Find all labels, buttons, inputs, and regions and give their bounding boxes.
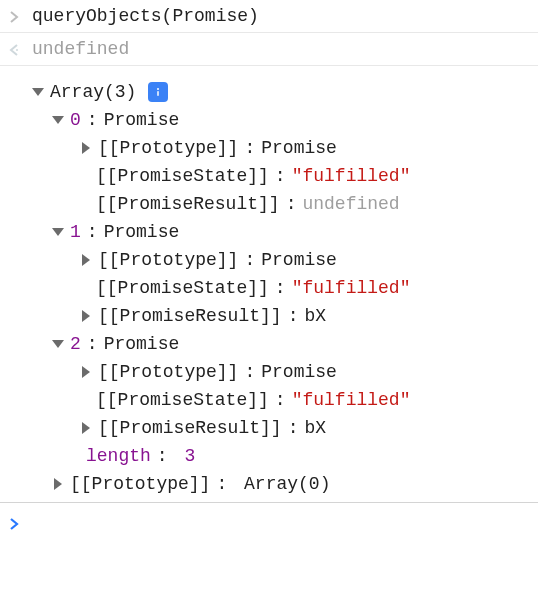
item-type: Promise bbox=[104, 106, 180, 134]
disclosure-right-icon[interactable] bbox=[80, 422, 92, 434]
result-val: bX bbox=[304, 414, 326, 442]
input-marker bbox=[6, 4, 22, 28]
proto-key: [[Prototype]] bbox=[98, 134, 238, 162]
disclosure-right-icon[interactable] bbox=[80, 142, 92, 154]
result-val: undefined bbox=[302, 190, 399, 218]
length-value: 3 bbox=[184, 442, 195, 470]
item-index: 2 bbox=[70, 330, 81, 358]
disclosure-right-icon[interactable] bbox=[52, 478, 64, 490]
array-proto-key: [[Prototype]] bbox=[70, 470, 210, 498]
disclosure-down-icon[interactable] bbox=[52, 116, 64, 124]
promise-state-line: [[PromiseState]]: "fulfilled" bbox=[32, 162, 530, 190]
input-text: queryObjects(Promise) bbox=[32, 4, 530, 26]
output-undefined: undefined bbox=[32, 37, 530, 59]
array-item-header[interactable]: 2: Promise bbox=[32, 330, 530, 358]
array-item-header[interactable]: 1: Promise bbox=[32, 218, 530, 246]
output-marker bbox=[6, 37, 22, 61]
state-key: [[PromiseState]] bbox=[96, 274, 269, 302]
item-type: Promise bbox=[104, 218, 180, 246]
promise-result-line[interactable]: [[PromiseResult]]: bX bbox=[32, 414, 530, 442]
result-key: [[PromiseResult]] bbox=[98, 414, 282, 442]
chevron-right-icon bbox=[9, 515, 19, 535]
console-input-row: queryObjects(Promise) bbox=[0, 0, 538, 33]
disclosure-right-icon[interactable] bbox=[80, 254, 92, 266]
proto-val: Promise bbox=[261, 134, 337, 162]
item-index: 1 bbox=[70, 218, 81, 246]
object-tree: Array(3) 0: Promise[[Prototype]]: Promis… bbox=[32, 76, 530, 498]
state-val: "fulfilled" bbox=[292, 162, 411, 190]
svg-point-1 bbox=[157, 88, 159, 90]
state-key: [[PromiseState]] bbox=[96, 386, 269, 414]
length-line: length: 3 bbox=[32, 442, 530, 470]
prototype-line[interactable]: [[Prototype]]: Promise bbox=[32, 246, 530, 274]
svg-point-0 bbox=[16, 49, 18, 51]
array-proto-val: Array(0) bbox=[244, 470, 330, 498]
result-key: [[PromiseResult]] bbox=[98, 302, 282, 330]
array-prototype-line[interactable]: [[Prototype]]: Array(0) bbox=[32, 470, 530, 498]
item-type: Promise bbox=[104, 330, 180, 358]
console-prompt-row[interactable] bbox=[0, 502, 538, 557]
result-key: [[PromiseResult]] bbox=[96, 190, 280, 218]
proto-val: Promise bbox=[261, 358, 337, 386]
prompt-input[interactable] bbox=[32, 511, 530, 513]
state-val: "fulfilled" bbox=[292, 274, 411, 302]
chevron-right-icon bbox=[9, 8, 19, 28]
array-header-text: Array(3) bbox=[50, 78, 136, 106]
state-key: [[PromiseState]] bbox=[96, 162, 269, 190]
state-val: "fulfilled" bbox=[292, 386, 411, 414]
promise-result-line[interactable]: [[PromiseResult]]: bX bbox=[32, 302, 530, 330]
disclosure-down-icon[interactable] bbox=[32, 88, 44, 96]
disclosure-right-icon[interactable] bbox=[80, 310, 92, 322]
chevron-left-icon bbox=[9, 41, 19, 61]
length-label: length bbox=[86, 442, 151, 470]
promise-state-line: [[PromiseState]]: "fulfilled" bbox=[32, 274, 530, 302]
console-result-row: Array(3) 0: Promise[[Prototype]]: Promis… bbox=[0, 66, 538, 502]
prompt-marker bbox=[6, 511, 22, 535]
disclosure-down-icon[interactable] bbox=[52, 340, 64, 348]
info-icon[interactable] bbox=[148, 82, 168, 102]
array-item-header[interactable]: 0: Promise bbox=[32, 106, 530, 134]
disclosure-down-icon[interactable] bbox=[52, 228, 64, 236]
promise-state-line: [[PromiseState]]: "fulfilled" bbox=[32, 386, 530, 414]
array-header-line[interactable]: Array(3) bbox=[32, 78, 530, 106]
proto-key: [[Prototype]] bbox=[98, 358, 238, 386]
disclosure-right-icon[interactable] bbox=[80, 366, 92, 378]
svg-rect-2 bbox=[158, 91, 160, 96]
item-index: 0 bbox=[70, 106, 81, 134]
result-val: bX bbox=[304, 302, 326, 330]
console-output-row: undefined bbox=[0, 33, 538, 66]
proto-val: Promise bbox=[261, 246, 337, 274]
proto-key: [[Prototype]] bbox=[98, 246, 238, 274]
promise-result-line: [[PromiseResult]]: undefined bbox=[32, 190, 530, 218]
prototype-line[interactable]: [[Prototype]]: Promise bbox=[32, 134, 530, 162]
prototype-line[interactable]: [[Prototype]]: Promise bbox=[32, 358, 530, 386]
